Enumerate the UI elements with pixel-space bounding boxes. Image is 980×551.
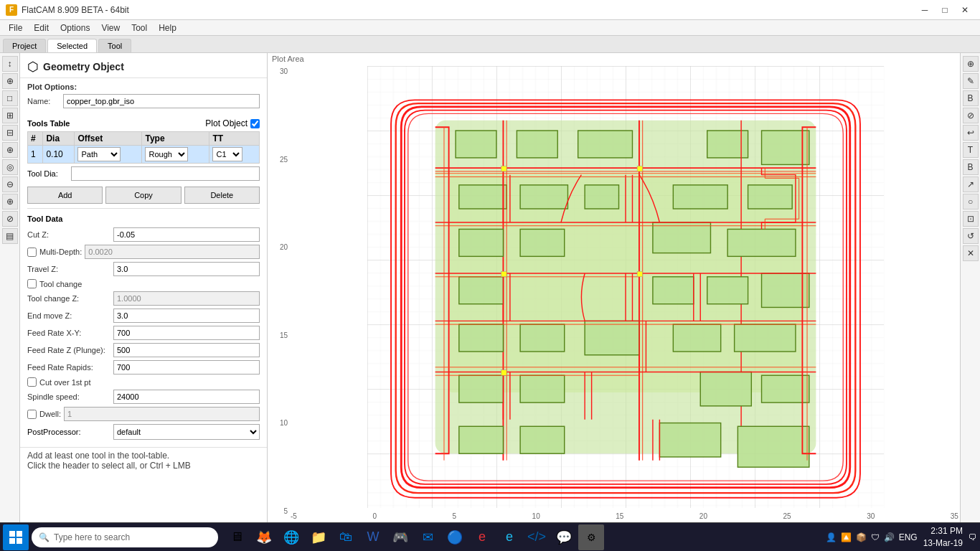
right-tool-b2[interactable]: B <box>963 159 979 175</box>
tab-selected[interactable]: Selected <box>47 39 97 52</box>
y-label-20: 20 <box>268 243 291 251</box>
right-tool-undo[interactable]: ↩ <box>963 125 979 141</box>
col-tt: TT <box>209 132 260 146</box>
right-tool-circle[interactable]: ○ <box>963 194 979 209</box>
menu-edit[interactable]: Edit <box>28 22 55 34</box>
right-tool-slash[interactable]: ⊘ <box>963 108 979 123</box>
taskbar-app-game[interactable]: 🎮 <box>387 524 413 550</box>
taskbar-antivirus-icon: 🛡 <box>871 532 880 542</box>
right-tool-rotate[interactable]: ↺ <box>963 228 979 244</box>
svg-rect-16 <box>520 229 565 256</box>
postprocessor-select[interactable]: default <box>113 424 260 440</box>
svg-rect-4 <box>456 131 496 158</box>
svg-rect-38 <box>501 271 507 277</box>
right-tool-pencil[interactable]: ✎ <box>963 73 979 89</box>
type-select[interactable]: Rough <box>145 147 188 161</box>
travel-z-input[interactable] <box>113 262 260 276</box>
feed-rate-xy-input[interactable] <box>113 326 260 340</box>
left-tool-panel[interactable]: ▤ <box>2 228 18 244</box>
multi-depth-checkbox[interactable] <box>27 248 37 257</box>
svg-rect-41 <box>9 531 15 537</box>
menu-view[interactable]: View <box>95 22 126 34</box>
maximize-button[interactable]: □ <box>936 3 954 17</box>
right-tool-cross[interactable]: ⊕ <box>963 56 979 72</box>
offset-select[interactable]: Path <box>77 147 121 161</box>
menu-help[interactable]: Help <box>153 22 182 34</box>
right-tool-box[interactable]: ⊡ <box>963 211 979 227</box>
x-label-0: 0 <box>372 512 377 520</box>
cut-z-input[interactable] <box>113 227 260 242</box>
canvas-area[interactable]: 30 25 20 15 10 5 <box>268 53 980 522</box>
tt-select[interactable]: C1 <box>212 147 242 161</box>
menu-tool[interactable]: Tool <box>126 22 153 34</box>
copy-button[interactable]: Copy <box>105 187 181 204</box>
left-tool-plus[interactable]: ⊕ <box>2 194 18 209</box>
end-move-z-input[interactable] <box>113 309 260 323</box>
taskbar-app-mail[interactable]: ✉ <box>415 524 440 550</box>
name-input[interactable] <box>63 94 260 108</box>
svg-rect-5 <box>517 131 557 158</box>
left-tool-zoom-in[interactable]: ⊕ <box>2 73 18 89</box>
cut-z-label: Cut Z: <box>27 230 113 239</box>
taskbar-app-store[interactable]: 🛍 <box>333 524 359 550</box>
table-row[interactable]: 1 0.10 Path Rough C1 <box>28 146 260 164</box>
add-button[interactable]: Add <box>27 187 103 204</box>
tool-change-checkbox[interactable] <box>27 279 37 288</box>
travel-z-label: Travel Z: <box>27 265 113 273</box>
tool-change-label: Tool change <box>39 280 82 288</box>
taskbar-app-special[interactable]: ⚙ <box>578 524 604 550</box>
taskbar-app-flatcam[interactable]: 🖥 <box>224 524 250 550</box>
cut-z-row: Cut Z: <box>27 227 260 242</box>
tab-project[interactable]: Project <box>3 39 46 52</box>
right-tool-bold[interactable]: B <box>963 90 979 106</box>
y-label-25: 25 <box>268 156 291 164</box>
feed-rate-rapids-input[interactable] <box>113 360 260 375</box>
cell-type: Rough <box>142 146 209 164</box>
taskbar-app-explorer[interactable]: 📁 <box>306 524 331 550</box>
tool-dia-input[interactable] <box>71 166 260 181</box>
taskbar-clock[interactable]: 2:31 PM 13-Mar-19 <box>923 525 963 550</box>
feed-rate-z-input[interactable] <box>113 343 260 357</box>
left-tool-circle[interactable]: ◎ <box>2 159 18 175</box>
left-panel: ⬡ Geometry Object Plot Options: Name: To… <box>20 53 268 522</box>
footer-text: Add at least one tool in the tool-table.… <box>20 447 267 474</box>
delete-button[interactable]: Delete <box>184 187 260 204</box>
taskbar-search[interactable]: 🔍 Type here to search <box>32 527 218 547</box>
left-tool-grid[interactable]: ⊞ <box>2 108 18 123</box>
right-tool-arrow[interactable]: ↗ <box>963 176 979 192</box>
taskbar-apps: 🖥 🦊 🌐 📁 🛍 W 🎮 ✉ 🔵 e e </> 💬 ⚙ <box>224 524 604 550</box>
menu-file[interactable]: File <box>3 22 28 34</box>
tab-tool[interactable]: Tool <box>98 39 131 52</box>
left-tool-add[interactable]: ⊕ <box>2 142 18 158</box>
start-button[interactable] <box>3 524 29 550</box>
taskbar-app-firefox[interactable]: 🦊 <box>251 524 277 550</box>
taskbar-app-ebay[interactable]: e <box>469 524 495 550</box>
plot-object-checkbox[interactable] <box>250 119 260 128</box>
left-tool-cancel[interactable]: ⊘ <box>2 211 18 227</box>
right-tool-text[interactable]: T <box>963 142 979 158</box>
taskbar-app-edge[interactable]: 🌐 <box>278 524 304 550</box>
left-tool-zoom-out[interactable]: ⊖ <box>2 176 18 192</box>
multi-depth-input <box>85 245 260 259</box>
taskbar-notification-icon[interactable]: 🗨 <box>969 532 977 542</box>
dwell-checkbox[interactable] <box>27 410 37 419</box>
left-tool-minus[interactable]: ⊟ <box>2 125 18 141</box>
spindle-speed-input[interactable] <box>113 390 260 404</box>
cut-over-checkbox[interactable] <box>27 377 37 387</box>
taskbar-app-discord[interactable]: 💬 <box>551 524 577 550</box>
svg-rect-33 <box>520 426 565 453</box>
x-axis: -5 0 5 10 15 20 25 30 35 <box>291 509 958 522</box>
taskbar-app-chrome[interactable]: 🔵 <box>442 524 468 550</box>
tab-bar: Project Selected Tool <box>0 36 980 53</box>
close-button[interactable]: ✕ <box>956 3 974 17</box>
svg-rect-29 <box>520 375 565 402</box>
svg-rect-25 <box>585 321 639 354</box>
menu-options[interactable]: Options <box>55 22 95 34</box>
taskbar-app-ie[interactable]: e <box>496 524 522 550</box>
right-tool-x[interactable]: ✕ <box>963 245 979 261</box>
left-tool-rect[interactable]: □ <box>2 90 18 106</box>
taskbar-app-word[interactable]: W <box>360 524 386 550</box>
taskbar-app-dev[interactable]: </> <box>524 524 550 550</box>
left-tool-pointer[interactable]: ↕ <box>2 56 18 72</box>
minimize-button[interactable]: ─ <box>915 3 934 17</box>
